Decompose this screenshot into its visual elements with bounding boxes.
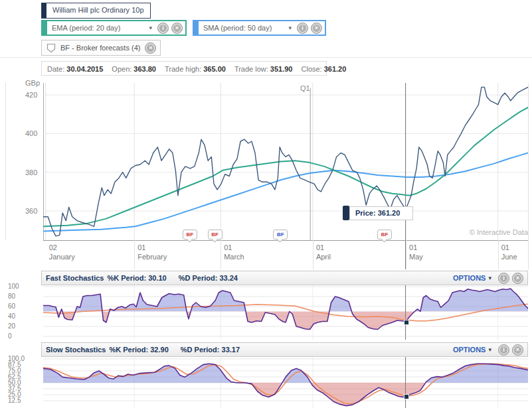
fast-k-value: 30.10 xyxy=(148,274,167,282)
quote-item: Trade high:365.00 xyxy=(165,65,234,73)
slow-stochastics-title: Slow Stochastics xyxy=(46,346,106,354)
bf-broker-forecast-marker[interactable]: BF xyxy=(183,230,197,239)
month-name-label: February xyxy=(137,252,167,261)
quarter-marker-label: Q1 xyxy=(300,84,310,92)
month-label: 02January xyxy=(49,243,75,261)
month-day-label: 01 xyxy=(224,243,244,252)
slow-options-button[interactable]: OPTIONS xyxy=(453,346,486,354)
main-y-tick-label: 400 xyxy=(25,129,37,137)
ema-indicator-label: EMA (period: 20 day) xyxy=(47,24,149,32)
quote-item-value: 361.20 xyxy=(324,65,347,73)
svg-fast-y-tick-label: 80 xyxy=(8,293,15,300)
month-label: 01February xyxy=(137,243,167,261)
ema-info-icon[interactable]: i xyxy=(157,23,169,34)
svg-slow-y-tick-label: 12.5 xyxy=(8,397,21,404)
month-separator xyxy=(406,240,406,269)
main-chart-right-edge xyxy=(528,83,529,269)
month-separator xyxy=(134,240,135,269)
ema-close-icon[interactable]: × xyxy=(171,23,183,34)
quote-item-value: 30.04.2015 xyxy=(66,65,103,73)
fast-close-icon[interactable]: × xyxy=(512,273,523,284)
quote-item-label: Date: xyxy=(47,65,64,73)
month-name-label: May xyxy=(409,252,423,261)
bf-broker-forecast-marker[interactable]: BF xyxy=(273,230,288,239)
main-y-tick-label: 380 xyxy=(25,169,37,176)
broker-forecasts-close-icon[interactable]: × xyxy=(145,42,156,54)
slow-stochastics-header: Slow Stochastics %K Period: 32.90 %D Per… xyxy=(41,342,528,357)
slow-stochastics-chart[interactable] xyxy=(43,357,528,408)
svg-fast-y-tick-label: 60 xyxy=(8,303,15,310)
slow-k-label: %K Period: xyxy=(109,346,148,354)
month-label: 01April xyxy=(316,243,331,261)
broker-forecasts-box[interactable]: BF - Broker forecasts (4) × xyxy=(41,40,161,56)
fast-stochastics-chart[interactable] xyxy=(43,285,528,340)
slow-d-value: 33.17 xyxy=(222,346,240,354)
instrument-label: William Hill plc Ordinary 10p xyxy=(46,3,150,18)
svg-fast-y-tick-label: 100 xyxy=(8,283,19,290)
sma-info-icon[interactable]: i xyxy=(297,23,308,34)
main-y-tick-label: 360 xyxy=(25,207,37,215)
sma-color-bar xyxy=(194,21,199,34)
month-day-label: 01 xyxy=(501,243,517,252)
quote-item-label: Trade high: xyxy=(165,65,201,73)
quote-item-label: Open: xyxy=(112,65,132,73)
month-day-label: 01 xyxy=(409,243,423,252)
quote-item-label: Trade low: xyxy=(234,65,268,73)
fast-stochastics-title: Fast Stochastics xyxy=(46,274,104,282)
quote-item-label: Close: xyxy=(302,65,322,73)
instrument-tag[interactable]: William Hill plc Ordinary 10p xyxy=(41,3,151,19)
section-divider xyxy=(0,57,532,58)
svg-fast-y-tick-label: 0 xyxy=(8,332,12,340)
svg-fast-y-tick-label: 40 xyxy=(8,312,15,320)
flag-icon xyxy=(46,42,56,53)
fast-options-button[interactable]: OPTIONS xyxy=(453,274,486,282)
quote-item: Trade low:351.90 xyxy=(234,65,302,73)
main-y-tick-label: 420 xyxy=(25,91,37,99)
slow-close-icon[interactable]: × xyxy=(512,344,523,356)
fast-d-label: %D Period: xyxy=(179,274,218,282)
sma-close-icon[interactable]: × xyxy=(311,23,322,34)
month-name-label: June xyxy=(501,252,517,261)
quote-item-value: 365.00 xyxy=(203,65,226,73)
slow-k-value: 32.90 xyxy=(150,346,169,354)
quote-item: Close:361.20 xyxy=(302,65,355,73)
month-name-label: March xyxy=(224,252,244,261)
fast-d-value: 33.24 xyxy=(219,274,238,282)
fast-info-icon[interactable]: i xyxy=(498,273,509,284)
ema-dropdown-caret-icon[interactable]: ▾ xyxy=(149,25,152,31)
bf-broker-forecast-marker[interactable]: BF xyxy=(208,230,222,239)
slow-selected-point-marker[interactable] xyxy=(404,394,409,399)
main-price-chart[interactable] xyxy=(43,83,528,240)
month-label: 01March xyxy=(224,243,244,261)
month-day-label: 01 xyxy=(137,243,167,252)
price-tooltip-label: Price: xyxy=(355,209,376,217)
quote-item-value: 351.90 xyxy=(270,65,293,73)
sma-dropdown-caret-icon[interactable]: ▾ xyxy=(288,25,292,31)
slow-options-caret-icon[interactable]: ▾ xyxy=(488,346,491,353)
month-day-label: 01 xyxy=(316,243,331,252)
fast-options-caret-icon[interactable]: ▾ xyxy=(488,275,491,281)
sma-indicator-label: SMA (period: 50 day) xyxy=(199,24,288,32)
fast-crosshair-line xyxy=(405,285,406,340)
month-name-label: April xyxy=(316,252,331,261)
fast-selected-point-marker[interactable] xyxy=(404,320,409,325)
month-label: 01May xyxy=(409,243,423,261)
main-chart-x-axis xyxy=(43,240,528,241)
chart-left-dotted-edge xyxy=(5,83,6,240)
sma-indicator-box[interactable]: SMA (period: 50 day) ▾ i × xyxy=(193,20,326,36)
ema-indicator-box[interactable]: EMA (period: 20 day) ▾ i × xyxy=(41,20,187,36)
month-label: 01June xyxy=(501,243,517,261)
fast-stochastics-header: Fast Stochastics %K Period: 30.10 %D Per… xyxy=(41,271,528,285)
copyright-notice: © Interactive Data xyxy=(438,228,528,236)
price-tooltip-value: 361.20 xyxy=(378,209,400,217)
y-axis-unit-label: GBp xyxy=(25,79,40,87)
quote-item-value: 363.80 xyxy=(133,65,156,73)
month-separator xyxy=(313,240,313,269)
bf-broker-forecast-marker[interactable]: BF xyxy=(377,230,392,239)
broker-forecasts-label: BF - Broker forecasts (4) xyxy=(60,44,140,52)
month-separator xyxy=(221,240,221,269)
slow-crosshair-line xyxy=(405,357,406,408)
svg-fast-y-tick-label: 20 xyxy=(8,322,15,330)
slow-info-icon[interactable]: i xyxy=(498,344,509,356)
slow-d-label: %D Period: xyxy=(181,346,220,354)
